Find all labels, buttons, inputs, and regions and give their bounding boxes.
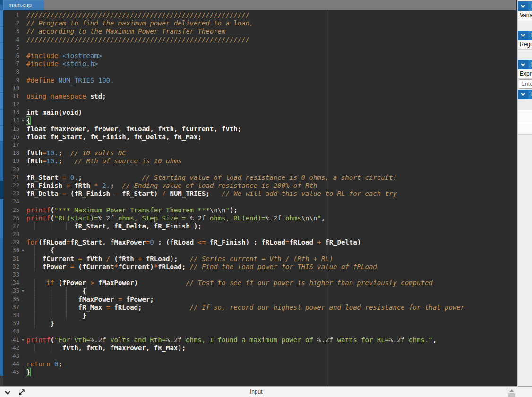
code-text: float fR_Start, fR_Finish, fR_Delta, fR_… [26,133,202,141]
fold-gutter [19,166,26,174]
indent-guide [51,287,51,295]
fold-gutter [19,182,26,190]
fold-gutter [19,19,26,27]
code-text [26,271,30,279]
chevron-down-icon[interactable] [518,60,528,69]
scroll-up-icon[interactable] [509,389,514,392]
chevron-down-icon[interactable] [518,31,528,40]
line-number: 12 [3,101,19,109]
code-line: 44 return 0; [3,360,516,368]
line-number: 4 [3,36,19,44]
panel-gap [518,50,532,60]
code-line: 43 [3,352,516,360]
indent-guide [34,255,35,263]
code-text: { [26,117,30,125]
line-number: 43 [3,352,19,360]
panel-data: Data Expression [518,60,532,89]
code-text: // Program to find the maximum power del… [26,19,253,27]
code-line: 35▾ { [3,287,516,295]
line-number: 35 [3,287,19,295]
code-text: #include <iostream> [26,52,102,60]
indent-guide [34,296,35,304]
panel-registers: Registers Registers [518,31,532,60]
line-number: 13 [3,109,19,117]
fold-gutter [19,84,26,93]
fold-gutter [19,76,26,84]
code-line: 14▾{ [3,117,516,125]
line-number: 8 [3,68,19,76]
registers-row[interactable]: Registers [518,40,532,50]
line-number: 39 [3,320,19,328]
line-number: 26 [3,214,19,222]
code-line: 41▾printf("For Vth=%.2f volts and Rth=%.… [3,336,516,344]
expression-row[interactable]: Expression [518,69,532,79]
fold-gutter [19,68,26,76]
fold-icon[interactable]: ▾ [19,336,26,344]
line-number: 33 [3,271,19,279]
indent-guide [34,344,35,352]
fold-icon[interactable]: ▾ [19,117,26,125]
fold-gutter [19,271,26,279]
line-number: 44 [3,360,19,368]
fold-gutter [19,174,26,182]
empty-row [518,110,532,122]
indent-guide [34,320,35,328]
fold-gutter [19,206,26,214]
fold-gutter [19,360,26,368]
indent-guide [34,279,35,287]
input-panel-bar: input [0,386,532,397]
code-text: } [26,320,54,328]
code-text: float fMaxPower, fPower, fRLoad, fRth, f… [26,125,241,133]
fold-gutter [19,263,26,271]
code-text: // according to the Maximum Power Transf… [26,27,225,35]
code-line: 16 float fR_Start, fR_Finish, fR_Delta, … [3,133,516,141]
expression-input[interactable] [519,79,532,89]
chevron-down-icon[interactable] [518,90,528,99]
code-text [26,166,30,174]
line-number: 31 [3,255,19,263]
code-text [26,198,30,206]
tab-main-cpp[interactable]: main.cpp [4,0,44,10]
code-text: fCurrent = fVth / (fRth + fRLoad); // Se… [26,255,333,263]
line-number: 29 [3,238,19,246]
line-number: 23 [3,190,19,198]
code-text: printf("*** Maximum Power Transfer Theor… [26,206,238,214]
variables-row[interactable]: Variables [518,11,532,20]
code-line: 7 #include <stdio.h> [3,60,516,68]
panel-local-variables-header[interactable]: Local variables [518,1,532,11]
code-text: fPower = (fCurrent*fCurrent)*fRLoad; // … [26,263,377,271]
scrollbar-thumb[interactable] [508,393,515,397]
code-text [26,44,30,52]
code-line: 15 float fMaxPower, fPower, fRLoad, fRth… [3,125,516,133]
fold-gutter [19,255,26,263]
input-scrollbar[interactable] [507,388,515,397]
input-panel-title[interactable]: input [0,389,513,395]
fold-gutter [19,52,26,60]
fold-gutter [19,304,26,312]
fold-gutter [19,109,26,117]
code-text: fRth=10.; // Rth of source is 10 ohms [26,157,182,165]
indent-guide [51,296,51,304]
code-line: 31 fCurrent = fVth / (fRth + fRLoad); //… [3,255,516,263]
panel-data-header[interactable]: Data [518,60,532,69]
line-number: 21 [3,174,19,182]
code-text: fR_Start, fR_Delta, fR_Finish ); [26,222,202,230]
code-editor[interactable]: 1 //////////////////////////////////////… [3,10,516,386]
indent-guide [34,263,35,271]
code-text: fR_Start = 0.; // Starting value of load… [26,174,397,182]
chevron-down-icon[interactable] [518,1,528,11]
code-text: #include <stdio.h> [26,60,98,68]
fold-gutter [19,328,26,336]
line-number: 10 [3,84,19,93]
empty-row [518,99,532,110]
fold-gutter [19,157,26,165]
panel-title: Evaluate [528,91,532,98]
code-text [26,84,30,93]
panel-registers-header[interactable]: Registers [518,31,532,40]
fold-icon[interactable]: ▾ [19,246,26,254]
line-number: 40 [3,328,19,336]
fold-gutter [19,44,26,52]
debug-sidebar: Local variables Variables Registers Regi… [517,0,532,386]
panel-evaluate-header[interactable]: Evaluate [518,90,532,99]
fold-icon[interactable]: ▾ [19,287,26,295]
